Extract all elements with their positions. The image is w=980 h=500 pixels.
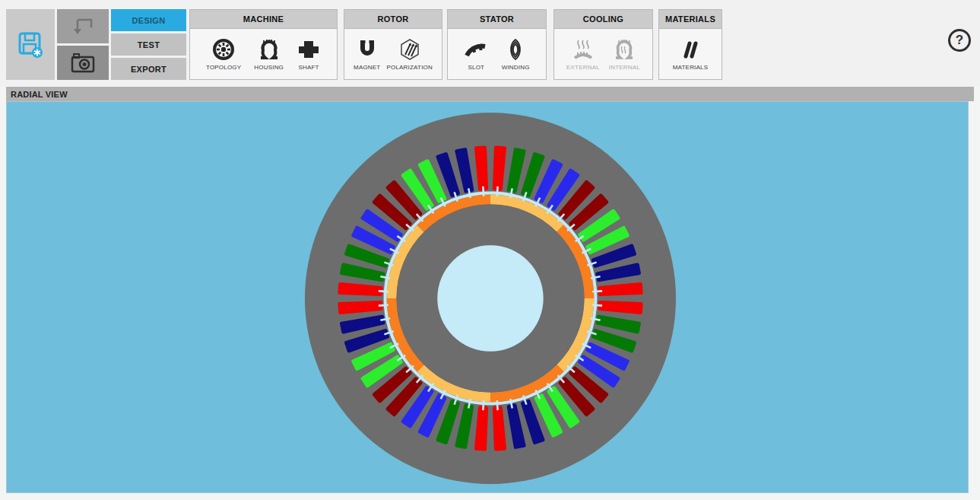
tab-export[interactable]: EXPORT [111, 58, 186, 80]
group-rotor-title: ROTOR [344, 10, 442, 29]
polarization-button[interactable]: POLARIZATION [386, 37, 432, 71]
import-arrow-button[interactable] [57, 9, 109, 43]
view-title-bar: RADIAL VIEW [6, 87, 974, 101]
materials-button[interactable]: MATERIALS [673, 37, 709, 71]
housing-label: HOUSING [254, 64, 284, 71]
internal-cooling-icon [612, 37, 636, 62]
slot-label: SLOT [468, 64, 484, 71]
group-cooling-title: COOLING [554, 10, 652, 29]
internal-cooling-label: INTERNAL [609, 64, 640, 71]
external-cooling-label: EXTERNAL [566, 64, 600, 71]
shaft-button[interactable]: SHAFT [297, 37, 321, 71]
winding-slot [494, 148, 504, 189]
app-window: DESIGN TEST EXPORT MACHINE [0, 0, 980, 500]
topology-label: TOPOLOGY [206, 64, 241, 71]
topology-button[interactable]: TOPOLOGY [206, 37, 241, 71]
camera-icon [68, 50, 98, 76]
slot-opening [592, 291, 602, 291]
group-stator-title: STATOR [448, 10, 546, 29]
screenshot-button[interactable] [57, 46, 109, 80]
group-machine-title: MACHINE [190, 10, 337, 29]
group-stator: STATOR SLOT [447, 9, 547, 80]
view-title: RADIAL VIEW [11, 90, 68, 99]
slot-opening [483, 186, 484, 196]
toolbar: DESIGN TEST EXPORT MACHINE [0, 0, 980, 87]
winding-slot [600, 302, 641, 312]
motor-cross-section [7, 102, 968, 492]
tab-design[interactable]: DESIGN [111, 9, 186, 31]
slot-opening [379, 305, 389, 306]
radial-view-canvas [6, 101, 969, 493]
winding-slot [340, 285, 381, 295]
slot-button[interactable]: SLOT [464, 37, 488, 71]
slot-opening [483, 400, 484, 410]
winding-label: WINDING [502, 64, 530, 71]
shaft-label: SHAFT [298, 64, 319, 71]
group-materials: MATERIALS MATERIALS [658, 9, 722, 80]
slot-icon [464, 37, 488, 62]
winding-slot [340, 302, 381, 312]
help-icon: ? [956, 33, 963, 48]
polarization-label: POLARIZATION [386, 64, 432, 71]
internal-cooling-button[interactable]: INTERNAL [609, 37, 640, 71]
winding-button[interactable]: WINDING [502, 37, 530, 71]
slot-opening [497, 400, 498, 410]
magnet-icon [355, 37, 379, 62]
shaft-bore [437, 245, 543, 351]
group-cooling: COOLING EXTE [553, 9, 653, 80]
help-button[interactable]: ? [948, 29, 971, 52]
housing-button[interactable]: HOUSING [254, 37, 284, 71]
winding-slot [494, 408, 504, 449]
mode-tabs: DESIGN TEST EXPORT [111, 9, 186, 80]
materials-label: MATERIALS [673, 64, 709, 71]
slot-opening [379, 291, 389, 291]
winding-slot [600, 285, 641, 295]
magnet-button[interactable]: MAGNET [354, 37, 380, 71]
down-arrow-icon [68, 14, 98, 40]
winding-icon [503, 37, 528, 62]
group-machine: MACHINE TOPOLOGY [189, 9, 338, 80]
materials-icon [678, 37, 702, 62]
tab-test[interactable]: TEST [111, 33, 186, 56]
slot-opening [497, 186, 498, 196]
shaft-icon [297, 37, 321, 62]
topology-icon [211, 37, 236, 62]
save-button[interactable] [6, 9, 55, 80]
housing-icon [257, 37, 281, 62]
winding-slot [477, 408, 487, 449]
group-materials-title: MATERIALS [659, 10, 722, 29]
group-rotor: ROTOR MAGNET [344, 9, 442, 80]
magnet-label: MAGNET [354, 64, 380, 71]
polarization-icon [398, 37, 422, 62]
save-icon [14, 28, 47, 62]
winding-slot [477, 148, 487, 189]
external-cooling-icon [571, 37, 595, 62]
slot-opening [592, 305, 602, 306]
external-cooling-button[interactable]: EXTERNAL [566, 37, 600, 71]
